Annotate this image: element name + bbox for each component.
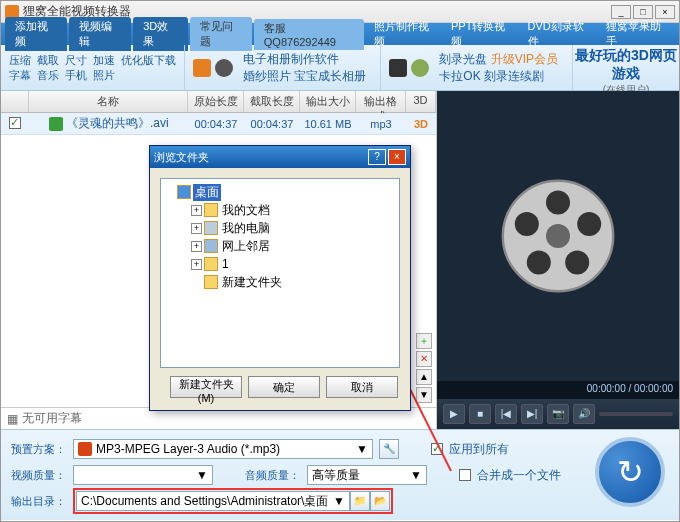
merge-checkbox[interactable] [459,469,471,481]
time-display: 00:00:00 / 00:00:00 [437,381,679,399]
new-folder-button[interactable]: 新建文件夹(M) [170,376,242,398]
svg-point-6 [515,212,539,236]
toolbar-section-ops: 压缩截取尺寸加速优化版下载 字幕音乐手机照片 [1,45,185,90]
folder-icon [204,275,218,289]
close-button[interactable]: × [655,5,675,19]
output-dir-label: 输出目录： [11,494,67,509]
bottom-panel: 预置方案： MP3-MPEG Layer-3 Audio (*.mp3)▼ 🔧 … [1,429,679,520]
cancel-button[interactable]: 取消 [326,376,398,398]
col-name[interactable]: 名称 [29,91,188,112]
audio-quality-select[interactable]: 高等质量▼ [307,465,427,485]
subtitle-icon: ▦ [7,412,18,426]
col-orig[interactable]: 原始长度 [188,91,244,112]
play-button[interactable]: ▶ [443,404,465,424]
tree-node[interactable]: +我的文档 [165,201,395,219]
promo-panel[interactable]: 最好玩的3D网页游戏 (在线用户) [573,45,679,90]
next-button[interactable]: ▶| [521,404,543,424]
col-3d[interactable]: 3D [406,91,436,112]
svg-point-5 [527,250,551,274]
expand-icon[interactable]: + [191,205,202,216]
col-size[interactable]: 输出大小 [300,91,356,112]
folder-tree[interactable]: 桌面 +我的文档 +我的电脑 +网上邻居 +1 新建文件夹 [160,178,400,368]
player-controls: ▶ ■ |◀ ▶| 📷 🔊 [437,399,679,429]
video-quality-select[interactable]: ▼ [73,465,213,485]
maximize-button[interactable]: □ [633,5,653,19]
preset-label: 预置方案： [11,442,67,457]
svg-point-2 [546,190,570,214]
apply-all-label: 应用到所有 [449,441,509,458]
row-cut: 00:04:37 [244,118,300,130]
col-cut[interactable]: 截取长度 [244,91,300,112]
subtitle-text: 无可用字幕 [22,410,82,427]
toolbar: 压缩截取尺寸加速优化版下载 字幕音乐手机照片 电子相册制作软件 婚纱照片 宝宝成… [1,45,679,91]
row-fmt: mp3 [356,118,406,130]
menubar: 添加视频 视频编辑 3D效果 常见问题 客服QQ876292449 照片制作视频… [1,23,679,45]
ppt-icon [193,59,211,77]
album-link-2[interactable]: 婚纱照片 宝宝成长相册 [243,68,366,85]
expand-icon[interactable]: + [191,259,202,270]
dialog-title: 浏览文件夹 [154,150,366,165]
album-link-1[interactable]: 电子相册制作软件 [243,51,366,68]
expand-icon[interactable]: + [191,241,202,252]
preview-area [437,91,679,381]
tree-node[interactable]: 新建文件夹 [165,273,395,291]
computer-icon [204,221,218,235]
browse-folder-dialog: 浏览文件夹 ? × 桌面 +我的文档 +我的电脑 +网上邻居 +1 新建文件夹 … [149,145,411,411]
toolbar-section-album: 电子相册制作软件 婚纱照片 宝宝成长相册 [185,45,381,90]
expand-icon[interactable]: + [191,223,202,234]
open-folder-button[interactable]: 📂 [370,491,390,511]
dialog-titlebar: 浏览文件夹 ? × [150,146,410,168]
disc-icon [411,59,429,77]
film-reel-icon [498,176,618,296]
add-item-button[interactable]: ＋ [416,333,432,349]
audio-quality-label: 音频质量： [245,468,301,483]
move-down-button[interactable]: ▼ [416,387,432,403]
tree-node-desktop[interactable]: 桌面 [165,183,395,201]
preview-pane: 00:00:00 / 00:00:00 ▶ ■ |◀ ▶| 📷 🔊 [437,91,679,429]
col-check[interactable] [1,91,29,112]
browse-folder-button[interactable]: 📁 [350,491,370,511]
svg-point-3 [577,212,601,236]
merge-label: 合并成一个文件 [477,467,561,484]
tree-node[interactable]: +网上邻居 [165,237,395,255]
column-header: 名称 原始长度 截取长度 输出大小 输出格式 3D [1,91,436,113]
minimize-button[interactable]: _ [611,5,631,19]
apply-all-checkbox[interactable] [431,443,443,455]
network-icon [204,239,218,253]
mp3-icon [78,442,92,456]
svg-point-4 [565,250,589,274]
convert-arrow-icon: ↻ [617,453,644,491]
convert-button[interactable]: ↻ [595,437,665,507]
dialog-help-button[interactable]: ? [368,149,386,165]
reel-icon [215,59,233,77]
folder-icon [204,257,218,271]
row-orig: 00:04:37 [188,118,244,130]
dialog-close-button[interactable]: × [388,149,406,165]
promo-title: 最好玩的3D网页游戏 [575,47,677,83]
tree-node[interactable]: +1 [165,255,395,273]
prev-button[interactable]: |◀ [495,404,517,424]
row-size: 10.61 MB [300,118,356,130]
video-file-icon [49,117,63,131]
video-quality-label: 视频质量： [11,468,67,483]
remove-item-button[interactable]: ✕ [416,351,432,367]
preset-settings-button[interactable]: 🔧 [379,439,399,459]
volume-button[interactable]: 🔊 [573,404,595,424]
output-path-field[interactable]: C:\Documents and Settings\Administrator\… [76,491,350,511]
ok-button[interactable]: 确定 [248,376,320,398]
tree-node[interactable]: +我的电脑 [165,219,395,237]
row-checkbox[interactable] [9,117,21,129]
preset-select[interactable]: MP3-MPEG Layer-3 Audio (*.mp3)▼ [73,439,373,459]
table-row[interactable]: 《灵魂的共鸣》.avi 00:04:37 00:04:37 10.61 MB m… [1,113,436,135]
snapshot-button[interactable]: 📷 [547,404,569,424]
volume-slider[interactable] [599,412,673,416]
toolbar-section-burn: 刻录光盘 升级VIP会员 卡拉OK 刻录连续剧 [381,45,573,90]
row-filename: 《灵魂的共鸣》.avi [66,115,169,132]
phone-icon [389,59,407,77]
row-3d[interactable]: 3D [406,118,436,130]
col-fmt[interactable]: 输出格式 [356,91,406,112]
folder-icon [204,203,218,217]
stop-button[interactable]: ■ [469,404,491,424]
svg-point-1 [546,224,570,248]
move-up-button[interactable]: ▲ [416,369,432,385]
